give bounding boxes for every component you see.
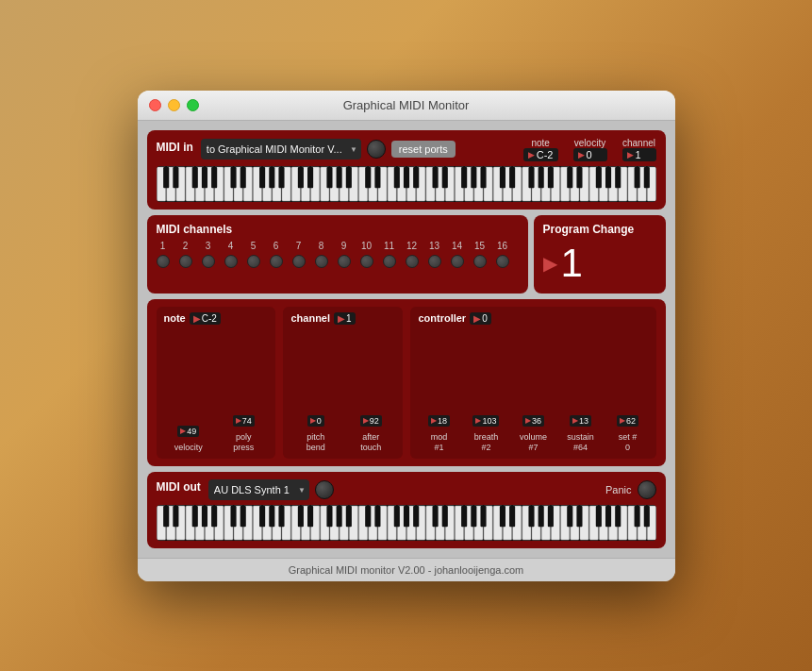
svg-rect-81 bbox=[547, 167, 553, 188]
controller-panel-label: controller bbox=[418, 312, 466, 324]
svg-rect-88 bbox=[643, 167, 649, 188]
midi-in-port-wrapper[interactable]: to Graphical MIDI Monitor V... bbox=[201, 139, 361, 159]
note-panel-header: note ▶ C-2 bbox=[164, 312, 269, 325]
note-sub-panel: note ▶ C-2 ▶49velocity▶74poly press bbox=[157, 307, 276, 459]
svg-rect-143 bbox=[191, 506, 197, 527]
bar-col-0: ▶0pitch bend bbox=[290, 415, 340, 453]
channel-number-8: 8 bbox=[315, 241, 328, 251]
svg-rect-169 bbox=[538, 506, 543, 527]
svg-rect-53 bbox=[173, 167, 178, 188]
program-arrow: ▶ bbox=[543, 252, 557, 275]
channel-sub-panel: channel ▶ 1 ▶0pitch bend▶92after touch bbox=[283, 307, 403, 459]
svg-rect-76 bbox=[480, 167, 486, 188]
bar-label-4: set # 0 bbox=[619, 432, 638, 453]
svg-rect-65 bbox=[336, 167, 341, 188]
channel-led-3 bbox=[202, 255, 215, 268]
bar-badge-0: ▶18 bbox=[428, 415, 450, 427]
channel-number-7: 7 bbox=[292, 241, 306, 251]
svg-rect-158 bbox=[393, 506, 399, 527]
channel-number-15: 15 bbox=[473, 241, 487, 251]
program-change-value: ▶ 1 bbox=[543, 241, 656, 286]
channel-number-9: 9 bbox=[338, 241, 351, 251]
svg-rect-172 bbox=[576, 506, 582, 527]
channel-number-4: 4 bbox=[224, 241, 238, 251]
bar-col-2: ▶36volume #7 bbox=[512, 415, 554, 453]
svg-rect-173 bbox=[595, 506, 601, 527]
svg-rect-70 bbox=[403, 167, 408, 188]
reset-ports-button[interactable]: reset ports bbox=[391, 141, 456, 158]
minimize-button[interactable] bbox=[168, 99, 180, 111]
bar-col-1: ▶92after touch bbox=[346, 415, 395, 453]
channel-led-2 bbox=[179, 255, 192, 268]
midi-out-port-select[interactable]: AU DLS Synth 1 bbox=[208, 479, 309, 500]
svg-rect-72 bbox=[432, 167, 438, 188]
channel-led-6 bbox=[270, 255, 283, 268]
channel-label: channel bbox=[622, 138, 655, 148]
note-panel-badge: ▶ C-2 bbox=[190, 312, 221, 325]
svg-rect-155 bbox=[345, 506, 351, 527]
note-vel-chan-display: note ▶ C-2 velocity ▶ 0 bbox=[523, 138, 656, 161]
midi-in-led bbox=[367, 140, 386, 159]
channel-number-14: 14 bbox=[451, 241, 464, 251]
svg-rect-58 bbox=[240, 167, 245, 188]
bar-label-0: velocity bbox=[174, 443, 203, 453]
program-change-panel: Program Change ▶ 1 bbox=[534, 215, 666, 294]
svg-rect-67 bbox=[365, 167, 371, 188]
footer: Graphical MIDI monitor V2.00 - johanlooi… bbox=[138, 558, 675, 581]
svg-rect-174 bbox=[605, 506, 610, 527]
svg-rect-163 bbox=[461, 506, 467, 527]
channel-value: ▶ 1 bbox=[622, 148, 656, 161]
midi-out-port-wrapper[interactable]: AU DLS Synth 1 bbox=[208, 479, 309, 500]
bar-label-0: mod #1 bbox=[431, 432, 448, 453]
channel-number-13: 13 bbox=[428, 241, 441, 251]
svg-rect-78 bbox=[509, 167, 515, 188]
channel-led-5 bbox=[247, 255, 260, 268]
svg-rect-142 bbox=[173, 506, 178, 527]
maximize-button[interactable] bbox=[187, 99, 199, 111]
bar-badge-0: ▶0 bbox=[307, 415, 324, 427]
channel-leds-row bbox=[157, 255, 519, 268]
bar-label-2: volume #7 bbox=[520, 432, 547, 453]
panic-led bbox=[638, 480, 656, 499]
svg-rect-77 bbox=[499, 167, 505, 188]
bar-col-1: ▶103breath #2 bbox=[465, 415, 506, 453]
svg-rect-69 bbox=[393, 167, 399, 188]
svg-rect-87 bbox=[634, 167, 639, 188]
note-bars: ▶49velocity▶74poly press bbox=[164, 330, 269, 453]
svg-rect-162 bbox=[441, 506, 447, 527]
svg-rect-153 bbox=[326, 506, 332, 527]
bar-label-1: after touch bbox=[360, 432, 381, 453]
svg-rect-74 bbox=[461, 167, 467, 188]
svg-rect-82 bbox=[567, 167, 572, 188]
channel-panel-label: channel bbox=[290, 312, 330, 324]
channel-number-6: 6 bbox=[270, 241, 283, 251]
window-content: MIDI in to Graphical MIDI Monitor V... r… bbox=[138, 121, 675, 558]
controller-panel-badge: ▶ 0 bbox=[470, 312, 491, 325]
svg-rect-62 bbox=[297, 167, 303, 188]
svg-rect-167 bbox=[509, 506, 515, 527]
channel-panel-badge: ▶ 1 bbox=[334, 312, 356, 325]
bar-col-1: ▶74poly press bbox=[219, 415, 268, 453]
channel-bars: ▶0pitch bend▶92after touch bbox=[290, 330, 395, 453]
note-label: note bbox=[531, 138, 549, 148]
close-button[interactable] bbox=[149, 99, 161, 111]
bar-col-3: ▶13sustain #64 bbox=[559, 415, 601, 453]
svg-rect-156 bbox=[365, 506, 371, 527]
midi-in-piano-svg: // Rendered via SVG inline bbox=[157, 166, 656, 202]
svg-rect-144 bbox=[201, 506, 207, 527]
svg-rect-171 bbox=[567, 506, 572, 527]
svg-rect-64 bbox=[326, 167, 332, 188]
midi-in-keyboard: // Rendered via SVG inline bbox=[157, 166, 656, 202]
svg-rect-177 bbox=[643, 506, 649, 527]
note-arrow: ▶ bbox=[528, 150, 535, 159]
bar-badge-1: ▶92 bbox=[360, 415, 382, 427]
svg-rect-56 bbox=[211, 167, 217, 188]
velocity-display: velocity ▶ 0 bbox=[573, 138, 607, 161]
bar-label-1: breath #2 bbox=[474, 432, 499, 453]
midi-in-port-select[interactable]: to Graphical MIDI Monitor V... bbox=[201, 139, 361, 159]
svg-rect-165 bbox=[480, 506, 486, 527]
main-window: Graphical MIDI Monitor MIDI in to Graphi… bbox=[138, 91, 675, 581]
svg-rect-80 bbox=[538, 167, 543, 188]
svg-rect-175 bbox=[615, 506, 621, 527]
bar-badge-4: ▶62 bbox=[617, 415, 638, 427]
